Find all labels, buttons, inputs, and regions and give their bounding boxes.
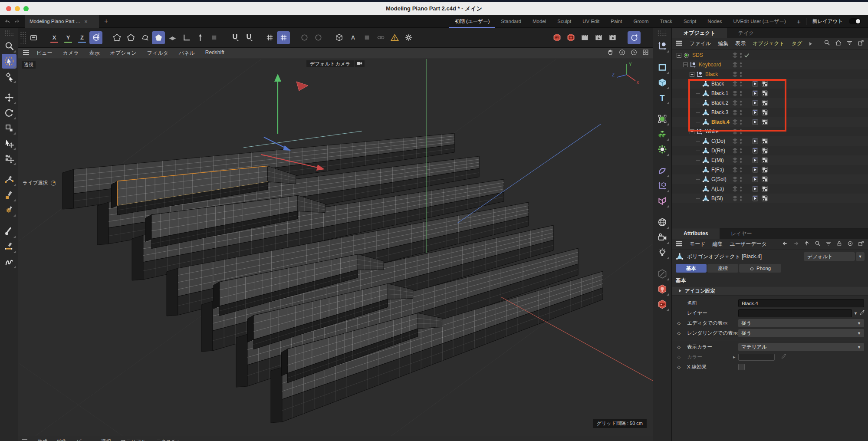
keyframe-diamond-icon[interactable]: ◇	[676, 365, 682, 369]
multi-move-tool[interactable]	[2, 151, 16, 166]
viewport-3d-scene[interactable]: 透視 デフォルトカメラ ライブ選択 グリッド間隔 : 50 cm YXZ	[18, 59, 653, 436]
layout-tab-nodes[interactable]: Nodes	[702, 15, 727, 28]
tree-row-black.4[interactable]: Black.4	[672, 117, 868, 127]
camera-label[interactable]: デフォルトカメラ	[18, 61, 653, 67]
object-name[interactable]: Black	[711, 81, 724, 87]
viewport-menu-フィルタ[interactable]: フィルタ	[147, 49, 168, 57]
model-mode-button[interactable]	[152, 31, 165, 44]
visibility-toggles[interactable]	[732, 119, 742, 125]
object-name[interactable]: C(Do)	[711, 138, 725, 144]
panel-menu-icon[interactable]	[676, 40, 683, 48]
render-team-button[interactable]	[606, 31, 619, 44]
warning-button[interactable]	[388, 31, 401, 44]
texture-mode-button[interactable]	[166, 31, 179, 44]
object-name[interactable]: G(Sol)	[711, 176, 727, 182]
points-mode-button[interactable]	[110, 31, 123, 44]
tree-row-black.2[interactable]: Black.2	[672, 98, 868, 108]
uv-tag-icon[interactable]	[761, 138, 768, 145]
line-cut-tool[interactable]	[2, 239, 16, 254]
hand-icon[interactable]	[607, 49, 614, 58]
up-icon[interactable]	[803, 240, 810, 249]
viewport-capture-button[interactable]	[27, 31, 40, 44]
object-name[interactable]: Keyboard	[699, 62, 721, 68]
snap-modes-button[interactable]	[242, 31, 255, 44]
attributes-tab--[interactable]: レイヤー	[720, 228, 763, 239]
phong-tag-icon[interactable]	[752, 99, 759, 106]
select-control[interactable]: 従う▼	[738, 329, 864, 337]
uv-tag-icon[interactable]	[761, 176, 768, 183]
visibility-toggles[interactable]	[732, 81, 742, 87]
forward-icon[interactable]	[792, 240, 799, 249]
object-name[interactable]: SDS	[692, 52, 703, 58]
attributes-menu-編集[interactable]: 編集	[713, 240, 723, 248]
uv-tag-icon[interactable]	[761, 185, 768, 192]
name-input[interactable]: Black.4	[738, 299, 864, 307]
phong-tag-icon[interactable]	[752, 138, 759, 145]
uv-tag-icon[interactable]	[761, 90, 768, 97]
search-icon[interactable]	[814, 240, 821, 249]
polygon-pen-tool[interactable]	[2, 188, 16, 202]
visibility-toggles[interactable]	[732, 100, 742, 106]
material-menu-作成[interactable]: 作成	[37, 438, 47, 441]
lock-view-button[interactable]	[360, 31, 373, 44]
z-axis-button[interactable]: Z	[76, 31, 89, 44]
phong-tag-icon[interactable]	[752, 90, 759, 97]
object-tags[interactable]	[752, 176, 768, 183]
layout-tab--[interactable]: 初期 (ユーザー)	[449, 15, 495, 28]
palette-grip[interactable]	[658, 30, 667, 37]
material-menu-マテリアル[interactable]: マテリアル	[121, 438, 146, 441]
visibility-toggles[interactable]	[732, 128, 742, 135]
popout-icon[interactable]	[857, 39, 865, 48]
uv-tag-icon[interactable]	[761, 157, 768, 164]
rotate-tool[interactable]	[2, 105, 16, 120]
edges-mode-button[interactable]	[124, 31, 137, 44]
object-name[interactable]: Black.1	[711, 90, 728, 96]
panel-menu-icon[interactable]	[676, 240, 683, 248]
phong-tag-icon[interactable]	[752, 185, 759, 192]
scale-tool[interactable]	[2, 121, 16, 135]
uv-tag-icon[interactable]	[761, 109, 768, 116]
tree-row-g-sol-[interactable]: G(Sol)	[672, 174, 868, 184]
tree-row-black.3[interactable]: Black.3	[672, 108, 868, 117]
attributes-menu-モード[interactable]: モード	[690, 240, 706, 248]
toolbar-grip[interactable]	[20, 31, 26, 44]
object-manager-menu-オブジェクト[interactable]: オブジェクト	[753, 40, 785, 47]
symmetry-button[interactable]	[655, 194, 670, 208]
visibility-toggles[interactable]	[732, 62, 742, 68]
visibility-toggles[interactable]	[732, 52, 750, 59]
add-tab-button[interactable]: +	[104, 17, 108, 25]
world-coordinates-button[interactable]	[89, 31, 102, 44]
tweak-tool[interactable]	[2, 69, 16, 84]
new-layout-button[interactable]: 新レイアウト	[806, 18, 849, 25]
y-axis-button[interactable]: Y	[62, 31, 75, 44]
render-view-button[interactable]: RV	[550, 31, 563, 44]
viewport-menu-オプション[interactable]: オプション	[110, 49, 136, 57]
visibility-toggles[interactable]	[732, 157, 742, 164]
expand-color-icon[interactable]: ▸	[733, 354, 736, 360]
object-manager-menu-ファイル[interactable]: ファイル	[690, 40, 711, 47]
render-queue-button[interactable]	[592, 31, 605, 44]
uv-tag-icon[interactable]	[761, 80, 768, 87]
visibility-toggles[interactable]	[732, 186, 742, 192]
icon-settings-row[interactable]: アイコン設定	[672, 286, 868, 296]
visibility-toggles[interactable]	[732, 176, 742, 183]
collapse-icon[interactable]	[690, 72, 694, 77]
viewport-menu-カメラ[interactable]: カメラ	[63, 49, 79, 57]
object-tags[interactable]	[752, 90, 768, 97]
tree-row-b-si-[interactable]: B(Si)	[672, 194, 868, 203]
expander[interactable]	[690, 72, 694, 77]
object-manager-tab--[interactable]: テイク	[727, 28, 766, 38]
expander[interactable]	[677, 53, 681, 58]
layout-toggle[interactable]	[849, 18, 861, 24]
preset-dropdown[interactable]: デフォルト ▼	[804, 252, 865, 261]
undo-icon[interactable]	[3, 17, 12, 26]
menu-overflow-icon[interactable]	[809, 40, 812, 48]
object-name[interactable]: Black	[705, 71, 718, 77]
section-tab-座標[interactable]: 座標	[707, 264, 738, 273]
uv-tag-icon[interactable]	[761, 147, 768, 154]
object-manager-menu-編集[interactable]: 編集	[718, 40, 728, 47]
visibility-toggles[interactable]	[732, 71, 742, 78]
object-tags[interactable]	[752, 138, 768, 145]
track-icon[interactable]	[847, 240, 854, 249]
phong-tag-icon[interactable]	[752, 166, 759, 173]
